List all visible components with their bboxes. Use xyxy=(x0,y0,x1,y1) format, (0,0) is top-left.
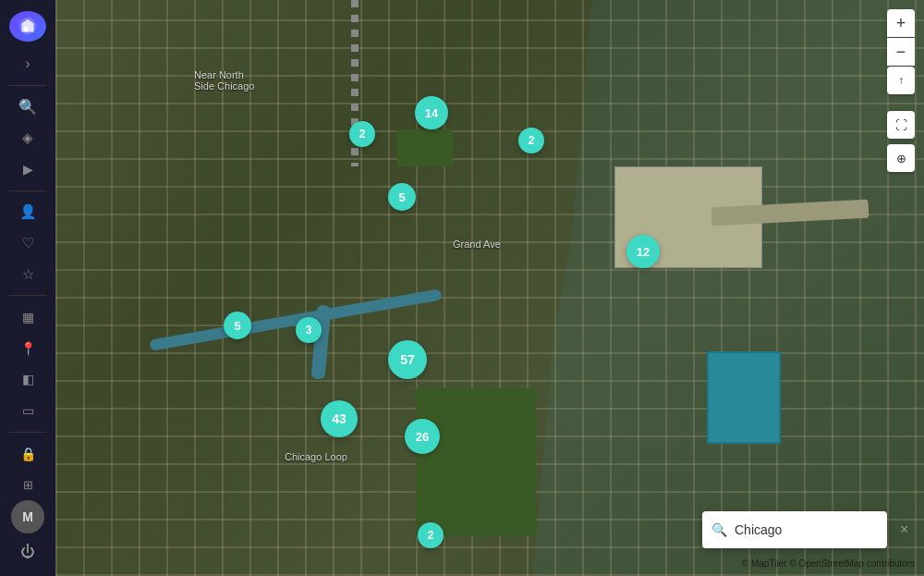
zoom-controls: + − ↑ xyxy=(887,9,915,102)
cluster-marker-3[interactable]: 3 xyxy=(296,317,322,343)
sidebar-bottom: M ⏻ xyxy=(11,500,44,576)
zoom-in-button[interactable]: + xyxy=(887,9,915,37)
sidebar-divider-2 xyxy=(9,295,46,296)
lock-icon: 🔒 xyxy=(20,447,36,461)
power-button[interactable]: ⏻ xyxy=(13,537,43,567)
tag-icon: ◧ xyxy=(22,372,34,386)
cluster-marker-43[interactable]: 43 xyxy=(321,400,358,437)
sidebar: › 🔍 ◈ ▶ 👤 ♡ ☆ ▦ 📍 ◧ ▭ 🔒 ⊞ M xyxy=(0,0,55,576)
sidebar-star-button[interactable]: ☆ xyxy=(11,261,44,288)
my-location-button[interactable]: ⊕ xyxy=(887,144,915,172)
cluster-marker-14[interactable]: 14 xyxy=(415,96,448,129)
sidebar-user-button[interactable]: 👤 xyxy=(11,198,44,226)
search-bar: 🔍 × xyxy=(702,511,887,548)
sidebar-heart-button[interactable]: ♡ xyxy=(11,229,44,257)
map-container[interactable]: Near NorthSide Chicago Grand Ave Chicago… xyxy=(55,0,924,576)
sidebar-folder-button[interactable]: ▭ xyxy=(11,397,44,424)
sidebar-grid-button[interactable]: ⊞ xyxy=(11,471,44,498)
sidebar-lock-button[interactable]: 🔒 xyxy=(11,440,44,468)
sidebar-tag-button[interactable]: ◧ xyxy=(11,366,44,394)
location-icon: 📍 xyxy=(20,341,36,356)
sidebar-location-button[interactable]: 📍 xyxy=(11,335,44,362)
marina xyxy=(707,351,781,444)
small-park-1 xyxy=(397,129,453,166)
cluster-marker-12[interactable]: 12 xyxy=(626,235,660,268)
cluster-marker-2a[interactable]: 2 xyxy=(349,121,375,147)
cluster-marker-2c[interactable]: 2 xyxy=(418,522,444,548)
search-close-button[interactable]: × xyxy=(900,521,908,538)
search-bar-icon: 🔍 xyxy=(711,522,727,537)
location-crosshair-icon: ⊕ xyxy=(896,152,906,165)
sidebar-expand-button[interactable]: › xyxy=(14,53,42,76)
grid-icon: ⊞ xyxy=(23,478,33,492)
sidebar-bookmark-button[interactable]: ◈ xyxy=(11,124,44,152)
sidebar-divider-top xyxy=(9,85,46,86)
star-icon: ☆ xyxy=(22,266,34,283)
cluster-marker-2b[interactable]: 2 xyxy=(518,128,544,153)
play-icon: ▶ xyxy=(23,162,33,177)
user-icon: 👤 xyxy=(19,203,37,220)
bookmark-icon: ◈ xyxy=(22,129,33,146)
sidebar-search-button[interactable]: 🔍 xyxy=(11,93,44,121)
heart-icon: ♡ xyxy=(22,235,34,251)
search-input[interactable] xyxy=(735,522,896,537)
cluster-marker-57[interactable]: 57 xyxy=(388,340,427,379)
calendar-icon: ▦ xyxy=(22,310,34,325)
user-avatar[interactable]: M xyxy=(11,500,44,533)
cluster-marker-5b[interactable]: 5 xyxy=(224,312,251,339)
sidebar-calendar-button[interactable]: ▦ xyxy=(11,303,44,331)
sidebar-divider-3 xyxy=(9,432,46,433)
cluster-marker-5a[interactable]: 5 xyxy=(388,183,416,211)
app-logo[interactable] xyxy=(9,11,46,42)
sidebar-play-button[interactable]: ▶ xyxy=(11,155,44,183)
north-button[interactable]: ↑ xyxy=(887,67,915,94)
power-icon: ⏻ xyxy=(20,544,35,560)
map-attribution: © MapTiler © OpenStreetMap contributors xyxy=(742,558,915,569)
fullscreen-icon: ⛶ xyxy=(895,118,907,132)
map-background: Near NorthSide Chicago Grand Ave Chicago… xyxy=(55,0,924,576)
extra-controls: ⛶ ⊕ xyxy=(887,111,915,172)
zoom-out-button[interactable]: − xyxy=(887,38,915,66)
grant-park xyxy=(416,388,536,536)
cluster-marker-26[interactable]: 26 xyxy=(405,419,440,454)
search-icon: 🔍 xyxy=(18,98,37,116)
sidebar-divider-1 xyxy=(9,190,46,191)
chevron-right-icon: › xyxy=(25,55,30,72)
folder-icon: ▭ xyxy=(22,403,34,418)
fullscreen-button[interactable]: ⛶ xyxy=(887,111,915,139)
